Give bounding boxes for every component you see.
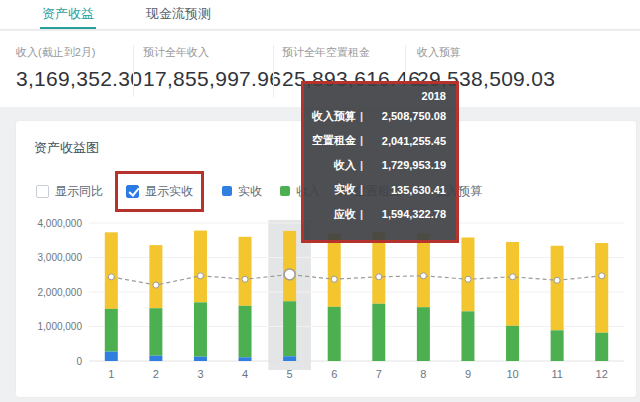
kpi-divider	[273, 45, 274, 97]
legend-item-actual[interactable]: 实收	[222, 183, 262, 200]
checkbox-checked-icon[interactable]	[126, 185, 139, 198]
tooltip-row-vacancy: 空置租金 2,041,255.45	[312, 129, 446, 154]
tab-cashflow-forecast[interactable]: 现金流预测	[144, 0, 213, 29]
kpi-value: 17,855,997.96	[143, 67, 281, 91]
legend-swatch-blue-icon	[222, 186, 232, 196]
svg-text:2,000,000: 2,000,000	[38, 287, 83, 298]
svg-text:1: 1	[108, 368, 114, 380]
kpi-value: 3,169,352.30	[16, 67, 142, 91]
svg-text:4: 4	[242, 368, 248, 380]
chart-tooltip-2018: 2018 收入预算 2,508,750.08 空置租金 2,041,255.45…	[301, 81, 459, 243]
tooltip-row-budget: 收入预算 2,508,750.08	[312, 104, 446, 129]
red-annotation-box-checkbox: 显示实收	[115, 171, 204, 212]
checkbox-label: 显示实收	[145, 183, 193, 200]
svg-text:1,000,000: 1,000,000	[38, 321, 83, 332]
kpi-divider	[133, 45, 134, 97]
kpi-annual-income: 预计全年收入 17,855,997.96	[143, 45, 281, 91]
svg-text:5: 5	[287, 368, 293, 380]
panel-title: 资产收益图	[34, 139, 99, 157]
checkbox-label: 显示同比	[55, 183, 103, 200]
kpi-label: 预计全年收入	[143, 45, 281, 60]
svg-text:8: 8	[420, 368, 426, 380]
legend-swatch-green-icon	[280, 186, 290, 196]
checkbox-unchecked-icon[interactable]	[36, 185, 49, 198]
kpi-income-to-date: 收入(截止到2月) 3,169,352.30	[16, 45, 142, 91]
top-tab-bar: 资产收益 现金流预测	[0, 0, 640, 30]
svg-text:3: 3	[197, 368, 203, 380]
svg-text:12: 12	[596, 368, 608, 380]
svg-text:2: 2	[153, 368, 159, 380]
tooltip-row-actual: 实收 135,630.41	[312, 178, 446, 203]
svg-text:9: 9	[465, 368, 471, 380]
tooltip-year: 2018	[312, 90, 446, 102]
kpi-label: 收入预算	[417, 45, 555, 60]
svg-text:3,000,000: 3,000,000	[38, 252, 83, 263]
tooltip-row-receivable: 应收 1,594,322.78	[312, 202, 446, 227]
kpi-label: 收入(截止到2月)	[16, 45, 142, 60]
svg-text:6: 6	[331, 368, 337, 380]
svg-text:10: 10	[506, 368, 518, 380]
tooltip-row-income: 收入 1,729,953.19	[312, 153, 446, 178]
svg-text:0: 0	[76, 356, 82, 367]
tab-asset-income[interactable]: 资产收益	[40, 0, 96, 29]
svg-text:11: 11	[551, 368, 562, 380]
svg-text:4,000,000: 4,000,000	[38, 218, 83, 229]
checkbox-show-yoy[interactable]: 显示同比	[36, 183, 103, 200]
svg-text:7: 7	[376, 368, 382, 380]
checkbox-show-actual[interactable]: 显示实收	[126, 183, 193, 200]
kpi-label: 预计全年空置租金	[282, 45, 420, 60]
legend-label: 实收	[238, 183, 262, 200]
